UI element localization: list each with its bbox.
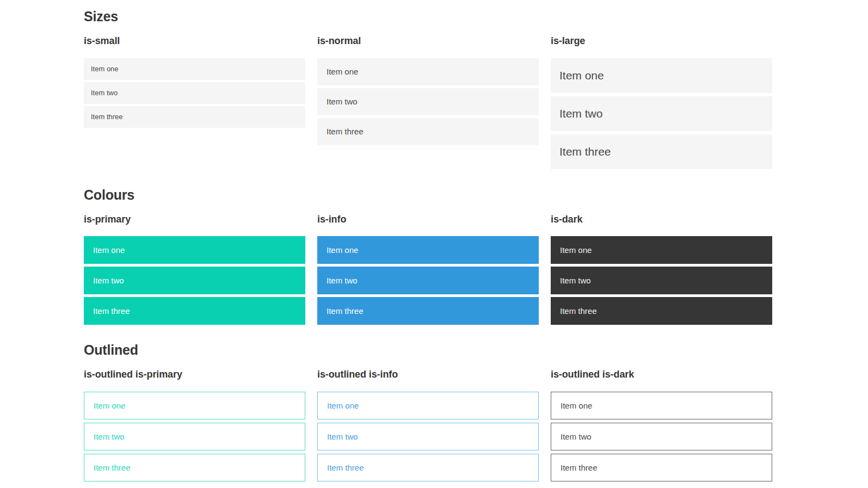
list-dark: Item one Item two Item three xyxy=(551,236,772,325)
group-label-is-dark: is-dark xyxy=(551,214,772,226)
list-item[interactable]: Item two xyxy=(84,423,305,450)
group-outlined-dark: is-outlined is-dark Item one Item two It… xyxy=(551,369,772,485)
list-item[interactable]: Item three xyxy=(551,454,772,481)
list-item[interactable]: Item two xyxy=(551,267,772,294)
group-label-is-small: is-small xyxy=(84,35,305,47)
list-item[interactable]: Item one xyxy=(84,58,305,80)
list-item[interactable]: Item two xyxy=(84,82,305,104)
group-label-outlined-info: is-outlined is-info xyxy=(317,369,539,381)
group-label-outlined-primary: is-outlined is-primary xyxy=(84,369,305,381)
section-outlined: Outlined is-outlined is-primary Item one… xyxy=(84,342,868,485)
list-item[interactable]: Item three xyxy=(84,106,305,128)
group-label-is-primary: is-primary xyxy=(84,214,305,226)
list-item[interactable]: Item one xyxy=(317,392,539,419)
list-outlined-primary: Item one Item two Item three xyxy=(84,392,305,481)
group-is-small: is-small Item one Item two Item three xyxy=(84,35,305,130)
group-label-is-large: is-large xyxy=(551,35,772,47)
section-title-sizes: Sizes xyxy=(84,8,868,24)
list-item[interactable]: Item two xyxy=(551,423,772,450)
list-item[interactable]: Item one xyxy=(551,58,772,93)
list-item[interactable]: Item one xyxy=(317,58,539,85)
list-item[interactable]: Item one xyxy=(551,392,772,419)
group-label-outlined-dark: is-outlined is-dark xyxy=(551,369,772,381)
group-is-dark: is-dark Item one Item two Item three xyxy=(551,214,772,328)
list-normal: Item one Item two Item three xyxy=(317,58,539,145)
colours-groups: is-primary Item one Item two Item three … xyxy=(84,214,772,328)
list-item[interactable]: Item two xyxy=(317,88,539,115)
list-outlined-info: Item one Item two Item three xyxy=(317,392,539,481)
group-outlined-primary: is-outlined is-primary Item one Item two… xyxy=(84,369,305,485)
group-is-primary: is-primary Item one Item two Item three xyxy=(84,214,305,328)
list-item[interactable]: Item three xyxy=(84,454,305,481)
list-primary: Item one Item two Item three xyxy=(84,236,305,325)
list-item[interactable]: Item two xyxy=(317,423,539,450)
section-title-colours: Colours xyxy=(84,187,868,203)
group-outlined-info: is-outlined is-info Item one Item two It… xyxy=(317,369,539,485)
list-item[interactable]: Item two xyxy=(551,96,772,131)
list-info: Item one Item two Item three xyxy=(317,236,539,325)
section-sizes: Sizes is-small Item one Item two Item th… xyxy=(84,8,868,172)
list-item[interactable]: Item three xyxy=(551,134,772,169)
list-item[interactable]: Item two xyxy=(317,267,539,294)
group-is-normal: is-normal Item one Item two Item three xyxy=(317,35,539,148)
list-large: Item one Item two Item three xyxy=(551,58,772,169)
group-label-is-info: is-info xyxy=(317,214,539,226)
list-item[interactable]: Item three xyxy=(317,297,539,325)
list-item[interactable]: Item three xyxy=(317,454,539,481)
outlined-groups: is-outlined is-primary Item one Item two… xyxy=(84,369,772,485)
group-is-large: is-large Item one Item two Item three xyxy=(551,35,772,172)
list-component-demo-page: Sizes is-small Item one Item two Item th… xyxy=(0,0,868,488)
list-item[interactable]: Item one xyxy=(84,236,305,264)
group-is-info: is-info Item one Item two Item three xyxy=(317,214,539,328)
group-label-is-normal: is-normal xyxy=(317,35,539,47)
list-item[interactable]: Item one xyxy=(84,392,305,419)
list-item[interactable]: Item two xyxy=(84,267,305,294)
sizes-groups: is-small Item one Item two Item three is… xyxy=(84,35,772,172)
list-item[interactable]: Item one xyxy=(551,236,772,264)
list-item[interactable]: Item three xyxy=(84,297,305,325)
list-small: Item one Item two Item three xyxy=(84,58,305,128)
list-item[interactable]: Item three xyxy=(551,297,772,325)
list-outlined-dark: Item one Item two Item three xyxy=(551,392,772,481)
list-item[interactable]: Item one xyxy=(317,236,539,264)
list-item[interactable]: Item three xyxy=(317,118,539,145)
section-colours: Colours is-primary Item one Item two Ite… xyxy=(84,187,868,328)
section-title-outlined: Outlined xyxy=(84,342,868,358)
